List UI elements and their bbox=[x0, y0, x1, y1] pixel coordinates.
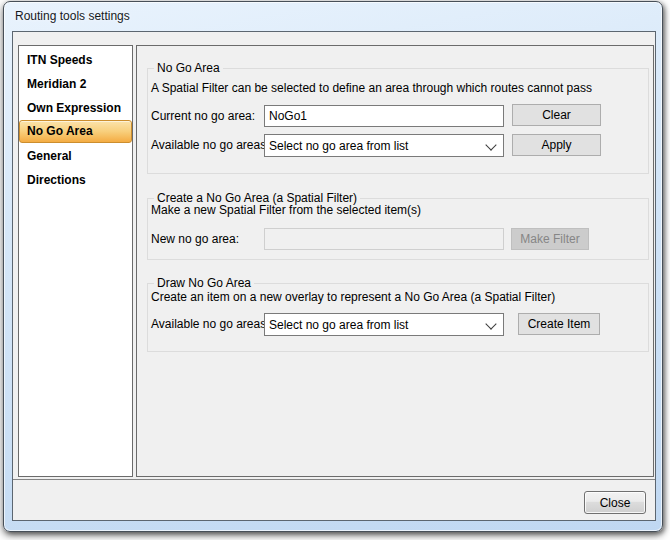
sidebar-item-no-go-area[interactable]: No Go Area bbox=[19, 120, 132, 143]
group-no-go-area-title: No Go Area bbox=[154, 61, 223, 75]
new-no-go-area-label: New no go area: bbox=[151, 228, 239, 250]
group-create-no-go-area: Create a No Go Area (a Spatial Filter) M… bbox=[147, 198, 649, 260]
sidebar-item-general[interactable]: General bbox=[20, 144, 132, 168]
titlebar[interactable]: Routing tools settings bbox=[4, 2, 662, 30]
new-no-go-area-input bbox=[264, 228, 504, 250]
combobox-selected-value: Select no go area from list bbox=[269, 139, 408, 153]
sidebar-item-own-expression[interactable]: Own Expression bbox=[20, 96, 132, 120]
chevron-down-icon bbox=[485, 318, 496, 329]
current-no-go-area-label: Current no go area: bbox=[151, 105, 255, 127]
sidebar-item-itn-speeds[interactable]: ITN Speeds bbox=[20, 48, 132, 72]
footer-separator bbox=[13, 479, 655, 480]
close-button[interactable]: Close bbox=[584, 491, 646, 514]
group-draw-no-go-area: Draw No Go Area Create an item on a new … bbox=[147, 283, 649, 352]
settings-category-listbox: ITN Speeds Meridian 2 Own Expression No … bbox=[18, 45, 133, 477]
draw-available-no-go-areas-label: Available no go areas: bbox=[151, 313, 270, 336]
group-no-go-area: No Go Area A Spatial Filter can be selec… bbox=[147, 68, 649, 174]
combobox-selected-value: Select no go area from list bbox=[269, 318, 408, 332]
available-no-go-areas-label: Available no go areas: bbox=[151, 134, 270, 157]
group-draw-title: Draw No Go Area bbox=[154, 276, 254, 290]
sidebar-item-directions[interactable]: Directions bbox=[20, 168, 132, 192]
window-title: Routing tools settings bbox=[15, 9, 130, 23]
make-filter-button: Make Filter bbox=[511, 228, 589, 250]
sidebar-item-meridian-2[interactable]: Meridian 2 bbox=[20, 72, 132, 96]
available-no-go-areas-combobox[interactable]: Select no go area from list bbox=[264, 134, 504, 157]
current-no-go-area-input[interactable] bbox=[264, 105, 504, 127]
create-item-button[interactable]: Create Item bbox=[518, 313, 600, 335]
routing-tools-settings-window: Routing tools settings ITN Speeds Meridi… bbox=[3, 1, 663, 532]
create-description: Make a new Spatial Filter from the selec… bbox=[151, 203, 421, 217]
no-go-area-settings-panel: No Go Area A Spatial Filter can be selec… bbox=[136, 45, 654, 477]
no-go-area-description: A Spatial Filter can be selected to defi… bbox=[151, 81, 592, 95]
draw-description: Create an item on a new overlay to repre… bbox=[151, 290, 555, 304]
clear-button[interactable]: Clear bbox=[512, 104, 601, 126]
client-area: ITN Speeds Meridian 2 Own Expression No … bbox=[12, 31, 656, 521]
apply-button[interactable]: Apply bbox=[512, 134, 601, 156]
chevron-down-icon bbox=[485, 139, 496, 150]
draw-available-no-go-areas-combobox[interactable]: Select no go area from list bbox=[264, 313, 504, 336]
